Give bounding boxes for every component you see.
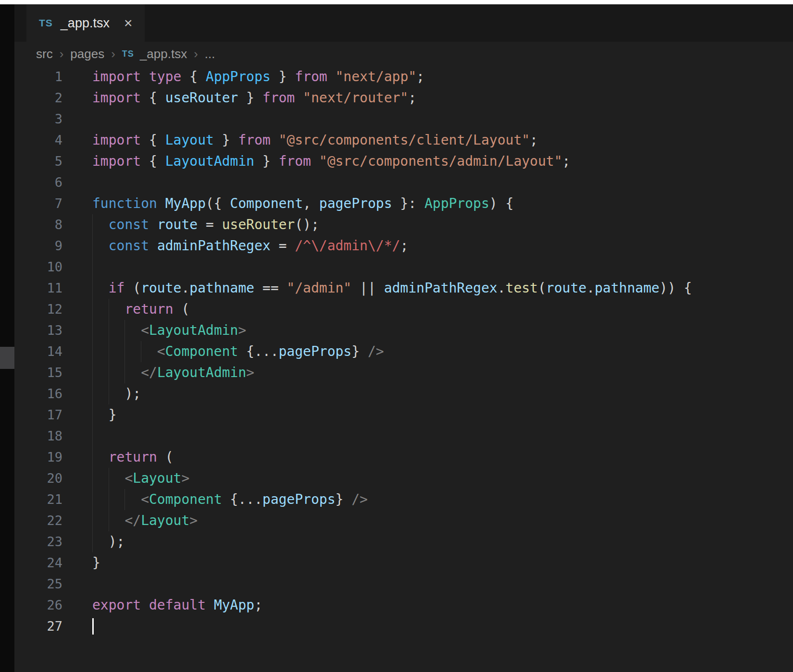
code-text: ); — [92, 531, 793, 552]
typescript-file-icon: TS — [122, 49, 134, 59]
code-line[interactable]: 1import type { AppProps } from "next/app… — [14, 66, 793, 87]
code-line[interactable]: 26export default MyApp; — [14, 595, 793, 616]
indent-guide — [109, 510, 109, 531]
indent-guide — [109, 468, 109, 489]
line-number[interactable]: 12 — [14, 299, 62, 320]
line-number[interactable]: 23 — [14, 531, 62, 552]
left-edge-thumb[interactable] — [0, 347, 14, 369]
indent-guide — [109, 489, 109, 510]
line-number[interactable]: 6 — [14, 172, 62, 193]
line-number[interactable]: 9 — [14, 235, 62, 257]
code-line[interactable]: 6 — [14, 172, 793, 193]
line-number[interactable]: 13 — [14, 320, 62, 341]
chevron-right-icon: › — [60, 47, 64, 61]
code-text: function MyApp({ Component, pageProps }:… — [92, 193, 793, 214]
indent-guide — [124, 362, 125, 383]
vscode-editor-window: TS _app.tsx × src › pages › TS _app.tsx … — [0, 0, 793, 672]
tab-label: _app.tsx — [61, 16, 110, 31]
line-number[interactable]: 17 — [14, 404, 62, 426]
breadcrumb-item-pages[interactable]: pages — [70, 47, 104, 61]
line-number[interactable]: 25 — [14, 574, 62, 595]
code-text: import type { AppProps } from "next/app"… — [92, 66, 793, 87]
code-line[interactable]: 7function MyApp({ Component, pageProps }… — [14, 193, 793, 214]
indent-guide — [109, 320, 109, 341]
code-line[interactable]: 11 if (route.pathname == "/admin" || adm… — [14, 278, 793, 299]
code-line[interactable]: 17 } — [14, 404, 793, 426]
code-line[interactable]: 12 return ( — [14, 299, 793, 320]
breadcrumb-item-file[interactable]: _app.tsx — [140, 47, 187, 61]
line-number[interactable]: 20 — [14, 468, 62, 489]
code-line[interactable]: 24} — [14, 552, 793, 574]
breadcrumb: src › pages › TS _app.tsx › ... — [14, 42, 793, 66]
code-text: <Layout> — [92, 468, 793, 489]
code-line[interactable]: 15 </LayoutAdmin> — [14, 362, 793, 383]
tab-app-tsx[interactable]: TS _app.tsx × — [26, 4, 145, 42]
line-number[interactable]: 5 — [14, 151, 62, 172]
indent-guide — [92, 531, 93, 552]
indent-guide — [92, 235, 93, 257]
line-number[interactable]: 3 — [14, 109, 62, 130]
code-line[interactable]: 8 const route = useRouter(); — [14, 214, 793, 235]
code-text: ); — [92, 383, 793, 404]
code-text: <LayoutAdmin> — [92, 320, 793, 341]
line-number[interactable]: 16 — [14, 383, 62, 404]
code-line[interactable]: 20 <Layout> — [14, 468, 793, 489]
tab-bar: TS _app.tsx × — [14, 4, 793, 42]
code-line[interactable]: 19 return ( — [14, 447, 793, 468]
line-number[interactable]: 22 — [14, 510, 62, 531]
code-line[interactable]: 9 const adminPathRegex = /^\/admin\/*/; — [14, 235, 793, 257]
indent-guide — [92, 447, 93, 468]
left-edge-strip — [0, 4, 14, 672]
code-line[interactable]: 4import { Layout } from "@src/components… — [14, 130, 793, 151]
indent-guide — [92, 278, 93, 299]
breadcrumb-item-src[interactable]: src — [36, 47, 53, 61]
line-number[interactable]: 10 — [14, 257, 62, 278]
code-text — [92, 426, 793, 447]
code-line[interactable]: 10 — [14, 257, 793, 278]
code-text — [92, 574, 793, 595]
line-number[interactable]: 18 — [14, 426, 62, 447]
line-number[interactable]: 8 — [14, 214, 62, 235]
code-line[interactable]: 13 <LayoutAdmin> — [14, 320, 793, 341]
line-number[interactable]: 7 — [14, 193, 62, 214]
code-text: const adminPathRegex = /^\/admin\/*/; — [92, 235, 793, 257]
line-number[interactable]: 24 — [14, 552, 62, 574]
indent-guide — [92, 257, 93, 278]
code-text — [92, 172, 793, 193]
code-line[interactable]: 2import { useRouter } from "next/router"… — [14, 87, 793, 109]
line-number[interactable]: 1 — [14, 66, 62, 87]
code-line[interactable]: 22 </Layout> — [14, 510, 793, 531]
code-text — [92, 257, 793, 278]
line-number[interactable]: 21 — [14, 489, 62, 510]
code-line[interactable]: 18 — [14, 426, 793, 447]
code-line[interactable]: 23 ); — [14, 531, 793, 552]
line-number[interactable]: 4 — [14, 130, 62, 151]
line-number[interactable]: 27 — [14, 616, 62, 637]
code-line[interactable]: 21 <Component {...pageProps} /> — [14, 489, 793, 510]
code-text — [92, 616, 793, 637]
code-line[interactable]: 3 — [14, 109, 793, 130]
line-number[interactable]: 2 — [14, 87, 62, 109]
indent-guide — [92, 320, 93, 341]
code-line[interactable]: 16 ); — [14, 383, 793, 404]
code-lines: 1import type { AppProps } from "next/app… — [14, 66, 793, 637]
code-line[interactable]: 27 — [14, 616, 793, 637]
tab-close-icon[interactable]: × — [124, 16, 133, 30]
line-number[interactable]: 14 — [14, 341, 62, 362]
line-number[interactable]: 15 — [14, 362, 62, 383]
code-line[interactable]: 5import { LayoutAdmin } from "@src/compo… — [14, 151, 793, 172]
line-number[interactable]: 19 — [14, 447, 62, 468]
code-line[interactable]: 14 <Component {...pageProps} /> — [14, 341, 793, 362]
breadcrumb-item-symbol[interactable]: ... — [205, 47, 215, 61]
line-number[interactable]: 26 — [14, 595, 62, 616]
typescript-file-icon: TS — [39, 17, 53, 29]
code-text: } — [92, 552, 793, 574]
code-text: return ( — [92, 447, 793, 468]
line-number[interactable]: 11 — [14, 278, 62, 299]
code-line[interactable]: 25 — [14, 574, 793, 595]
indent-guide — [92, 404, 93, 426]
code-text: <Component {...pageProps} /> — [92, 341, 793, 362]
indent-guide — [92, 362, 93, 383]
code-text: <Component {...pageProps} /> — [92, 489, 793, 510]
text-cursor — [92, 618, 94, 635]
